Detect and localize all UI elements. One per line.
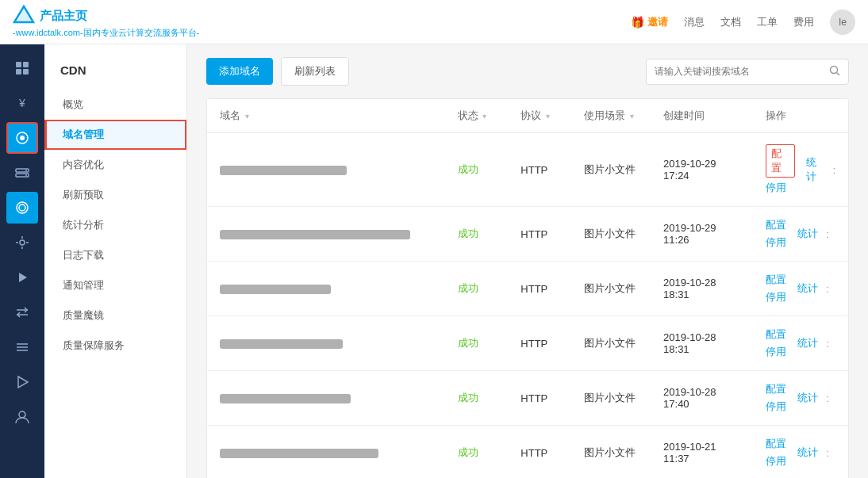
cell-scene: 图片小文件 [571, 262, 651, 316]
add-domain-button[interactable]: 添加域名 [206, 58, 273, 85]
sidebar-icon-settings[interactable] [6, 227, 38, 258]
sidebar-icon-play[interactable] [6, 366, 38, 398]
col-header-status: 状态 ▾ [445, 99, 509, 133]
sidebar-icon-server[interactable] [6, 157, 38, 189]
brand-subtitle: -www.idctalk.com-国内专业云计算交流服务平台- [13, 27, 199, 39]
cell-domain [207, 133, 445, 207]
sidebar-icon-billing[interactable]: ¥ [6, 87, 38, 119]
sidebar-item-log-download[interactable]: 日志下载 [44, 240, 186, 270]
sidebar-item-refresh-prefetch[interactable]: 刷新预取 [44, 180, 186, 210]
sidebar-icon-storage[interactable] [6, 192, 38, 224]
sidebar-icon-transfer[interactable] [6, 296, 38, 328]
table-row: 成功HTTP图片小文件2019-10-28 18:31配置停用统计: [207, 316, 848, 371]
cell-scene: 图片小文件 [571, 207, 651, 262]
cell-status: 成功 [445, 371, 509, 426]
col-header-created: 创建时间 [651, 99, 753, 133]
sort-icon-protocol[interactable]: ▾ [546, 112, 550, 120]
cell-status: 成功 [445, 133, 509, 207]
refresh-list-button[interactable]: 刷新列表 [281, 57, 349, 86]
table-row: 成功HTTP图片小文件2019-10-29 11:26配置停用统计: [207, 207, 848, 262]
sort-icon-status[interactable]: ▾ [482, 112, 486, 120]
svg-point-11 [25, 170, 27, 171]
action-config[interactable]: 配置 [766, 218, 786, 232]
svg-rect-3 [23, 62, 29, 67]
search-box [646, 59, 849, 85]
action-stats[interactable]: 统计 [797, 227, 818, 241]
action-stats[interactable]: 统计 [797, 336, 818, 350]
sidebar-item-quality-mirror[interactable]: 质量魔镜 [44, 300, 186, 331]
cell-actions: 配置停用统计: [753, 133, 848, 207]
sidebar-item-notification[interactable]: 通知管理 [44, 270, 186, 300]
action-config[interactable]: 配置 [766, 327, 786, 342]
cell-scene: 图片小文件 [571, 426, 651, 479]
sidebar-icon-cdn[interactable] [6, 122, 38, 154]
action-more-icon[interactable]: : [826, 228, 829, 240]
action-stats[interactable]: 统计 [797, 281, 818, 296]
gift-icon: 🎁 [631, 16, 644, 29]
cell-domain [207, 262, 445, 316]
sort-icon-domain[interactable]: ▾ [245, 112, 249, 120]
main-content: 添加域名 刷新列表 域名 ▾ 状态 [187, 44, 868, 478]
col-header-protocol: 协议 ▾ [508, 99, 571, 133]
home-link[interactable]: 产品主页 [40, 9, 87, 24]
sidebar-item-content-optimization[interactable]: 内容优化 [44, 150, 186, 180]
action-stop[interactable]: 停用 [766, 345, 786, 359]
sidebar-item-overview[interactable]: 概览 [44, 90, 186, 120]
cell-created: 2019-10-28 18:31 [651, 316, 753, 371]
cell-status: 成功 [445, 262, 509, 316]
action-stop[interactable]: 停用 [766, 235, 786, 250]
action-more-icon[interactable]: : [826, 283, 829, 295]
sidebar-item-quality-assurance[interactable]: 质量保障服务 [44, 331, 186, 361]
action-stats[interactable]: 统计 [797, 391, 818, 405]
svg-point-21 [19, 411, 25, 418]
nav-billing[interactable]: 费用 [793, 15, 814, 29]
cell-protocol: HTTP [508, 262, 571, 316]
sort-icon-scene[interactable]: ▾ [630, 112, 634, 120]
action-config[interactable]: 配置 [766, 382, 786, 396]
sidebar-title: CDN [44, 57, 186, 90]
action-stats[interactable]: 统计 [797, 445, 818, 460]
svg-line-23 [837, 72, 840, 75]
sidebar-icon-equalizer[interactable] [6, 331, 38, 363]
search-input[interactable] [647, 60, 821, 82]
action-more-icon[interactable]: : [826, 392, 829, 404]
action-config[interactable]: 配置 [766, 273, 786, 287]
domain-table: 域名 ▾ 状态 ▾ 协议 ▾ 使用场景 ▾ [206, 98, 849, 478]
cell-protocol: HTTP [508, 371, 571, 426]
table-row: 成功HTTP图片小文件2019-10-28 18:31配置停用统计: [207, 262, 848, 316]
sidebar-icon-user[interactable] [6, 401, 38, 433]
action-config[interactable]: 配置 [766, 437, 786, 451]
user-avatar[interactable]: Ie [830, 10, 855, 35]
nav-invite[interactable]: 🎁 邀请 [631, 15, 668, 29]
svg-point-13 [17, 202, 28, 213]
sidebar-item-domain-management[interactable]: 域名管理 [44, 120, 186, 150]
col-header-domain: 域名 ▾ [207, 99, 445, 133]
cell-domain [207, 316, 445, 371]
svg-point-15 [20, 240, 25, 245]
nav-message[interactable]: 消息 [684, 15, 705, 29]
action-more-icon[interactable]: : [832, 164, 835, 176]
svg-marker-20 [18, 377, 28, 388]
logo-icon [13, 5, 35, 27]
svg-text:¥: ¥ [18, 97, 25, 109]
action-stop[interactable]: 停用 [766, 400, 786, 414]
action-stop[interactable]: 停用 [766, 454, 786, 468]
sidebar-icon-media[interactable] [6, 262, 38, 293]
action-more-icon[interactable]: : [826, 338, 829, 350]
action-config[interactable]: 配置 [766, 144, 794, 178]
table-row: 成功HTTP图片小文件2019-10-21 11:37配置停用统计: [207, 426, 848, 479]
action-stats[interactable]: 统计 [806, 155, 825, 184]
search-icon[interactable] [821, 59, 848, 84]
top-bar: 产品主页 -www.idctalk.com-国内专业云计算交流服务平台- 🎁 邀… [0, 0, 868, 44]
cell-created: 2019-10-21 11:37 [651, 426, 753, 479]
nav-order[interactable]: 工单 [757, 15, 778, 29]
sidebar-item-stats[interactable]: 统计分析 [44, 210, 186, 240]
cell-status: 成功 [445, 426, 509, 479]
nav-docs[interactable]: 文档 [720, 15, 741, 29]
action-stop[interactable]: 停用 [766, 290, 786, 304]
icon-sidebar: ¥ [0, 44, 44, 478]
sidebar-icon-dashboard[interactable] [6, 52, 38, 84]
action-stop[interactable]: 停用 [766, 181, 786, 195]
action-more-icon[interactable]: : [826, 447, 829, 459]
cell-domain [207, 207, 445, 262]
